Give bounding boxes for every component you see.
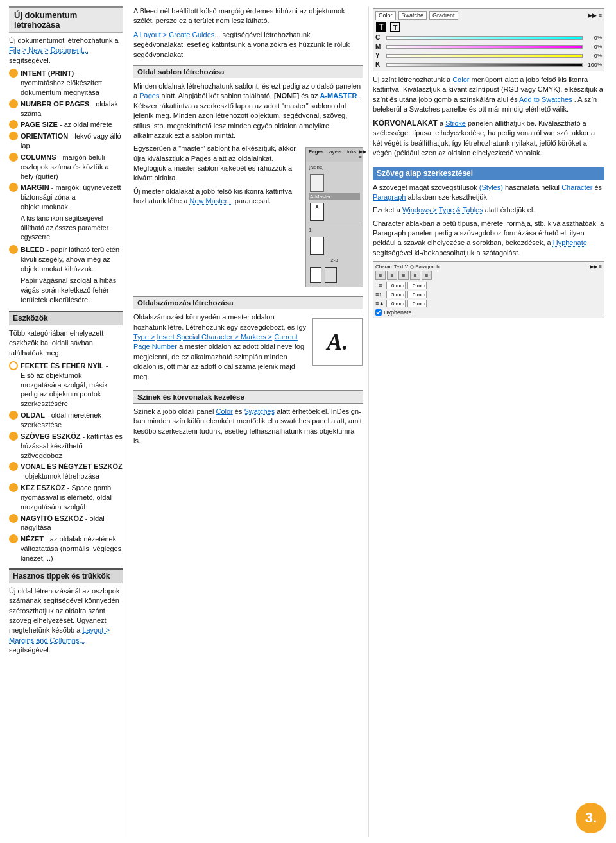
para-val-1b[interactable] bbox=[407, 282, 427, 289]
sablon-intro: Minden oldalnak létrehozhatunk sablont, … bbox=[133, 81, 363, 140]
align-icons-row: ≡ ≡ ≡ ≡ ≡ bbox=[375, 271, 602, 280]
y-slider[interactable] bbox=[386, 54, 583, 58]
szoveg-text: A szöveget magát szövegstílusok (Styles)… bbox=[373, 183, 604, 203]
para-icon-1: +≡ bbox=[375, 282, 384, 289]
para-panel-options[interactable]: ▶▶ ≡ bbox=[590, 264, 602, 269]
tab-swatch[interactable]: Swatche bbox=[398, 11, 427, 20]
page-1-label: 1 bbox=[309, 227, 360, 233]
color-panel-tabs: Color Swatche Gradient bbox=[375, 11, 459, 20]
ezeket-text: Ezeket a Windows > Type & Tables alatt é… bbox=[373, 205, 604, 215]
para-row-2: ≡↕ bbox=[375, 291, 602, 298]
tool-icon-4 bbox=[9, 483, 18, 492]
color-panel-icons: T T C 0 % M 0 % Y bbox=[375, 21, 602, 69]
para-val-2b[interactable] bbox=[407, 291, 427, 298]
master-simple-text: Egyszerűen a "master" sablont ha elkészí… bbox=[133, 144, 300, 183]
bullet-icon-margin bbox=[9, 183, 18, 192]
eszk-intro: Több kategóriában elhelyezett eszközök b… bbox=[9, 328, 123, 358]
k-slider[interactable] bbox=[386, 63, 583, 67]
color-row-k: K 100 % bbox=[375, 61, 602, 68]
para-val-1a[interactable] bbox=[386, 282, 406, 289]
page-thumb-2 bbox=[310, 267, 321, 283]
c-slider[interactable] bbox=[386, 36, 583, 40]
tool-fekete-feher: FEKETE ÉS FEHÉR NYÍL - Első az objektumo… bbox=[9, 361, 123, 409]
tool-vonal: VONAL ÉS NÉGYZET ESZKÖZ - objektumok lét… bbox=[9, 462, 123, 481]
page-number-circle: 3. bbox=[576, 803, 606, 833]
bullet-icon-intent bbox=[9, 69, 18, 78]
color-row-m: M 0 % bbox=[375, 43, 602, 50]
color-panel-widget: Color Swatche Gradient ▶▶ ≡ T T C 0 % bbox=[373, 8, 604, 71]
new-color-text: Új színt létrehozhatunk a Color menüpont… bbox=[373, 75, 604, 115]
sablon-header: Oldal sablon létrehozása bbox=[133, 65, 363, 78]
bullet-orientation: ORIENTATION - fekvő vagy álló lap bbox=[9, 132, 123, 151]
bullet-columns: COLUMNS - margón belüli oszlopok száma é… bbox=[9, 153, 123, 182]
panel-options[interactable]: ▶▶ ≡ bbox=[588, 12, 602, 19]
character-text: Character ablakban a betű típusa, mérete… bbox=[373, 219, 604, 259]
right-column: Color Swatche Gradient ▶▶ ≡ T T C 0 % bbox=[369, 6, 610, 837]
bullet-bleed: BLEED - papír látható területén kívüli s… bbox=[9, 245, 123, 274]
pages-area: Egyszerűen a "master" sablont ha elkészí… bbox=[133, 144, 363, 291]
tool-kez: KÉZ ESZKÖZ - Space gomb nyomásával is el… bbox=[9, 483, 123, 512]
para-tab-textv[interactable]: Text V bbox=[394, 264, 408, 269]
new-master-text: Új mester oldalakat a jobb felső kis iko… bbox=[133, 187, 300, 207]
bullet-pages: NUMBER OF PAGES - oldalak száma bbox=[9, 99, 123, 119]
bullet-intent: INTENT (PRINT) - nyomtatáshoz előkészíte… bbox=[9, 69, 123, 98]
hasznos-header: Hasznos tippek és trükkök bbox=[9, 568, 123, 583]
t-icon-black[interactable]: T bbox=[376, 22, 386, 32]
para-row-3: ≡▲ bbox=[375, 300, 602, 307]
oldalszam-text-cont: Oldalszámozást könnyedén a mester oldalo… bbox=[133, 312, 307, 385]
letter-a-area: A. bbox=[312, 312, 363, 385]
page-thumb-master: A bbox=[310, 203, 324, 221]
left-main-title: Új dokumentum létrehozása bbox=[9, 6, 123, 33]
eszk-header: Eszközök bbox=[9, 311, 123, 325]
color-row-c: C 0 % bbox=[375, 34, 602, 41]
bullet-margin: MARGIN - margók, úgynevezett biztonsági … bbox=[9, 183, 123, 212]
para-icon-2: ≡↕ bbox=[375, 291, 384, 298]
hyphenate-checkbox[interactable] bbox=[375, 309, 382, 316]
align-left-button[interactable]: ≡ bbox=[375, 271, 386, 280]
tab-color[interactable]: Color bbox=[375, 11, 396, 20]
para-tab-para[interactable]: ◇ Paragraph bbox=[410, 264, 440, 269]
panel-divider bbox=[309, 225, 360, 225]
para-val-2a[interactable] bbox=[386, 291, 406, 298]
page-thumb-1 bbox=[310, 237, 324, 255]
tab-gradient[interactable]: Gradient bbox=[429, 11, 458, 20]
master-pages: A bbox=[309, 201, 360, 222]
tool-icon-3 bbox=[9, 462, 18, 471]
para-tab-char[interactable]: Charac bbox=[375, 264, 392, 269]
bullet-icon-bleed bbox=[9, 245, 18, 254]
bullet-icon-pagesize bbox=[9, 120, 18, 129]
align-right-button[interactable]: ≡ bbox=[398, 271, 409, 280]
para-row-1: +≡ bbox=[375, 282, 602, 289]
bullet-icon-pages bbox=[9, 99, 18, 108]
left-intro: Új dokumentumot létrehozhatunk a File > … bbox=[9, 36, 123, 65]
align-justify-all-button[interactable]: ≡ bbox=[422, 271, 432, 280]
para-panel-header: Charac Text V ◇ Paragraph ▶▶ ≡ bbox=[375, 264, 602, 269]
bleed-text: A Bleed-nél beállított külső margóig érd… bbox=[133, 6, 363, 26]
tool-szoveg: SZÖVEG ESZKÖZ - kattintás és húzással ké… bbox=[9, 432, 123, 461]
none-pages bbox=[309, 173, 360, 193]
korvonal-area: KÖRVONALAKAT a Stroke panelen állíthatju… bbox=[373, 118, 604, 162]
hasznos-text: Új oldal létrehozásánál az oszlopok szám… bbox=[9, 586, 123, 656]
m-slider[interactable] bbox=[386, 45, 583, 49]
tool-icon-0 bbox=[9, 361, 18, 370]
para-val-3a[interactable] bbox=[386, 300, 406, 307]
oldalszam-area: Oldalszámozást könnyedén a mester oldalo… bbox=[133, 312, 363, 385]
szin-header: Színek és körvonalak kezelése bbox=[133, 390, 363, 404]
korvonal-text: KÖRVONALAKAT a Stroke panelen állíthatju… bbox=[373, 118, 604, 158]
oldalszam-header: Oldalszámozás létrehozása bbox=[133, 296, 363, 309]
tool-icon-6 bbox=[9, 534, 18, 543]
korvonal-text-cont: KÖRVONALAKAT a Stroke panelen állíthatju… bbox=[373, 118, 604, 162]
master-label: A-Master bbox=[309, 193, 360, 200]
spread-pages bbox=[309, 266, 360, 284]
pages-panel-body: [None] A-Master A 1 bbox=[306, 162, 363, 287]
para-val-3b[interactable] bbox=[407, 300, 427, 307]
t-icon-outline[interactable]: T bbox=[390, 22, 400, 32]
layout-guides-text: A Layout > Create Guides... segítségével… bbox=[133, 30, 363, 60]
color-panel-header: Color Swatche Gradient ▶▶ ≡ bbox=[375, 11, 602, 20]
align-justify-button[interactable]: ≡ bbox=[410, 271, 420, 280]
paper-cut-text: Papír vágásnál szolgál a hibás vágás sor… bbox=[21, 276, 123, 305]
page-container: Új dokumentum létrehozása Új dokumentumo… bbox=[0, 0, 616, 843]
align-center-button[interactable]: ≡ bbox=[387, 271, 397, 280]
pages-panel-header: Pages Layers Links ▶▶ ≡ bbox=[306, 148, 363, 162]
pages-panel: Pages Layers Links ▶▶ ≡ [None] A-Master bbox=[305, 147, 363, 287]
